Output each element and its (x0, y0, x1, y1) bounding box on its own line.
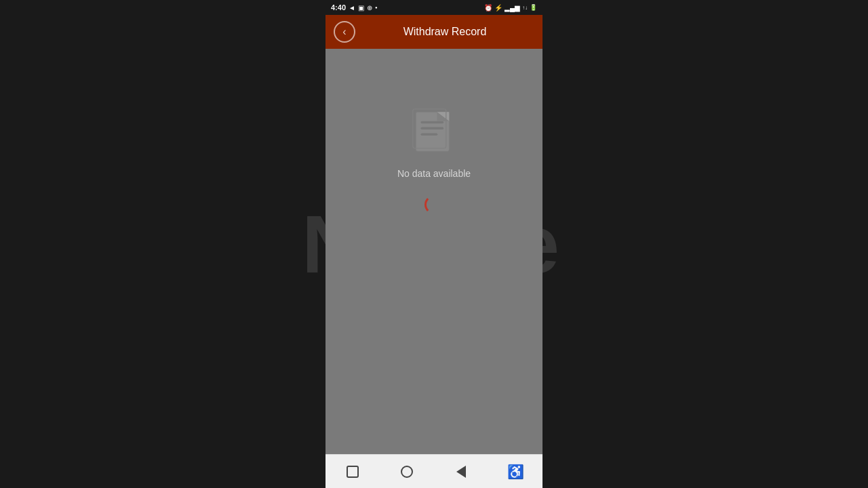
sim-icon: ▣ (358, 4, 364, 12)
main-content: No data available (326, 49, 542, 454)
battery-icon: 🔋 (530, 4, 537, 11)
signal-icon: ▂▄▆ (505, 4, 520, 12)
square-icon (347, 466, 359, 478)
svg-rect-1 (420, 121, 443, 124)
recents-nav-button[interactable] (390, 458, 424, 485)
phone-screen: 4:40 ◄ ▣ ⊕ ● ⏰ ⚡ ▂▄▆ ↑↓ 🔋 ‹ Withdraw Rec… (326, 0, 542, 488)
data-icon: ↑↓ (522, 5, 528, 11)
back-button[interactable]: ‹ (334, 21, 355, 43)
alarm-icon: ⏰ (484, 4, 492, 12)
accessibility-nav-button[interactable]: ♿ (498, 458, 532, 485)
status-bar-left: 4:40 ◄ ▣ ⊕ ● (331, 3, 378, 12)
dot-icon: ● (375, 5, 378, 9)
no-data-text: No data available (397, 168, 471, 179)
triangle-icon (456, 466, 466, 478)
status-time: 4:40 (331, 3, 346, 12)
back-nav-button[interactable] (444, 458, 478, 485)
empty-state: No data available (397, 103, 471, 179)
home-nav-button[interactable] (336, 458, 370, 485)
loading-spinner (425, 195, 443, 214)
whatsapp-icon: ⊕ (367, 4, 372, 12)
svg-rect-2 (420, 127, 443, 130)
empty-records-icon (407, 103, 461, 157)
status-bar-right: ⏰ ⚡ ▂▄▆ ↑↓ 🔋 (484, 4, 537, 12)
accessibility-icon: ♿ (507, 464, 524, 480)
app-header: ‹ Withdraw Record (326, 15, 542, 49)
status-bar: 4:40 ◄ ▣ ⊕ ● ⏰ ⚡ ▂▄▆ ↑↓ 🔋 (326, 0, 542, 15)
svg-rect-3 (420, 133, 437, 136)
back-arrow-icon: ‹ (342, 26, 346, 37)
circle-icon (401, 466, 413, 478)
nav-arrow-icon: ◄ (349, 4, 355, 12)
nav-bar: ♿ (326, 454, 542, 488)
page-title: Withdraw Record (355, 26, 534, 38)
battery-saver-icon: ⚡ (494, 4, 502, 12)
